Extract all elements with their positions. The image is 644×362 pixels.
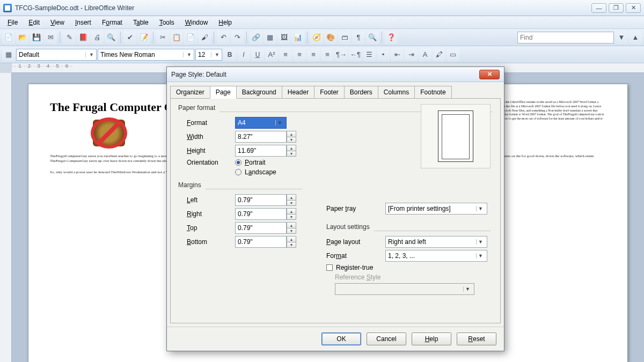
image-icon[interactable]: 🖼	[277, 31, 290, 44]
bullet-list-icon[interactable]: •	[377, 48, 390, 61]
menu-file[interactable]: File	[3, 18, 22, 27]
margin-right-input[interactable]: 0.79"	[235, 208, 287, 220]
register-true-checkbox[interactable]	[326, 264, 333, 271]
font-color-icon[interactable]: A	[419, 48, 431, 61]
menu-help[interactable]: Help	[214, 18, 236, 27]
autospell-icon[interactable]: 📝	[137, 31, 150, 44]
vertical-ruler[interactable]	[0, 73, 12, 362]
spellcheck-icon[interactable]: ✔	[123, 31, 136, 44]
paste-icon[interactable]: 📄	[184, 31, 197, 44]
undo-icon[interactable]: ↶	[217, 31, 230, 44]
styles-icon[interactable]: ▦	[2, 48, 15, 61]
email-icon[interactable]: ✉	[44, 31, 57, 44]
find-next-icon[interactable]: ▼	[615, 31, 628, 44]
height-spinner[interactable]: ▲▼	[287, 145, 296, 157]
menu-table[interactable]: Table	[129, 18, 153, 27]
navigator-icon[interactable]: 🧭	[310, 31, 323, 44]
align-justify-icon[interactable]: ≡	[321, 48, 334, 61]
indent-more-icon[interactable]: ⇥	[405, 48, 418, 61]
window-minimize-button[interactable]: —	[591, 3, 606, 13]
find-prev-icon[interactable]: ▲	[629, 31, 642, 44]
new-doc-icon[interactable]: 📄	[2, 31, 15, 44]
redo-icon[interactable]: ↷	[231, 31, 244, 44]
bg-color-icon[interactable]: ▭	[447, 48, 459, 61]
width-spinner[interactable]: ▲▼	[287, 131, 296, 143]
menu-view[interactable]: View	[46, 18, 69, 27]
dialog-titlebar[interactable]: Page Style: Default ✕	[167, 67, 504, 82]
find-input[interactable]	[517, 32, 614, 43]
tab-organizer[interactable]: Organizer	[170, 86, 210, 99]
width-input[interactable]: 8.27"	[235, 131, 287, 143]
bold-icon[interactable]: B	[223, 48, 236, 61]
tab-columns[interactable]: Columns	[378, 86, 415, 99]
menu-window[interactable]: Window	[181, 18, 213, 27]
toolbar-separator	[307, 32, 308, 43]
menu-edit[interactable]: Edit	[24, 18, 44, 27]
tab-page[interactable]: Page	[210, 86, 237, 99]
highlight-icon[interactable]: 🖍	[433, 48, 445, 61]
menu-insert[interactable]: Insert	[71, 18, 96, 27]
tab-footnote[interactable]: Footnote	[414, 86, 451, 99]
indent-less-icon[interactable]: ⇤	[391, 48, 404, 61]
height-input[interactable]: 11.69"	[235, 145, 287, 157]
copy-icon[interactable]: 📋	[170, 31, 183, 44]
menu-tools[interactable]: Tools	[155, 18, 179, 27]
align-right-icon[interactable]: ≡	[307, 48, 320, 61]
landscape-radio[interactable]	[235, 169, 241, 175]
help-icon[interactable]: ❓	[385, 31, 398, 44]
margin-bottom-spinner[interactable]: ▲▼	[287, 236, 296, 248]
cancel-button[interactable]: Cancel	[367, 333, 406, 345]
edit-icon[interactable]: ✎	[63, 31, 76, 44]
margin-bottom-input[interactable]: 0.79"	[235, 236, 287, 248]
open-icon[interactable]: 📂	[16, 31, 29, 44]
cut-icon[interactable]: ✂	[156, 31, 169, 44]
margin-left-input[interactable]: 0.79"	[235, 194, 287, 206]
save-icon[interactable]: 💾	[30, 31, 43, 44]
pdf-icon[interactable]: 📕	[77, 31, 90, 44]
hyperlink-icon[interactable]: 🔗	[250, 31, 262, 44]
font-name-combo[interactable]: Times New Roman▼	[98, 49, 194, 61]
format-paint-icon[interactable]: 🖌	[198, 31, 211, 44]
chevron-down-icon: ▼	[463, 286, 472, 292]
italic-icon[interactable]: I	[237, 48, 250, 61]
portrait-radio[interactable]	[235, 159, 241, 166]
align-left-icon[interactable]: ≡	[279, 48, 292, 61]
tab-header[interactable]: Header	[282, 86, 314, 99]
number-format-dropdown[interactable]: 1, 2, 3, ... ▼	[385, 250, 487, 262]
page-layout-dropdown[interactable]: Right and left ▼	[385, 236, 487, 248]
help-button[interactable]: Help	[412, 333, 451, 345]
paper-format-dropdown[interactable]: A4 ▼	[235, 117, 287, 129]
tab-borders[interactable]: Borders	[344, 86, 378, 99]
ok-button[interactable]: OK	[321, 333, 361, 345]
datasource-icon[interactable]: 🗃	[338, 31, 351, 44]
gallery-icon[interactable]: 🎨	[324, 31, 337, 44]
window-maximize-button[interactable]: ❐	[609, 3, 624, 13]
window-title: TFCG-SampleDoc.odt - LibreOffice Writer	[15, 4, 134, 12]
tab-background[interactable]: Background	[236, 86, 282, 99]
align-center-icon[interactable]: ≡	[293, 48, 306, 61]
superscript-icon[interactable]: A²	[265, 48, 278, 61]
underline-icon[interactable]: U	[251, 48, 264, 61]
margin-top-spinner[interactable]: ▲▼	[287, 222, 296, 234]
margin-left-spinner[interactable]: ▲▼	[287, 194, 296, 206]
table-icon[interactable]: ▦	[264, 31, 276, 44]
margin-right-spinner[interactable]: ▲▼	[287, 208, 296, 220]
margin-top-input[interactable]: 0.79"	[235, 222, 287, 234]
preview-icon[interactable]: 🔍	[105, 31, 118, 44]
dialog-close-button[interactable]: ✕	[479, 70, 500, 79]
reset-button[interactable]: Reset	[457, 333, 496, 345]
nonprint-icon[interactable]: ¶	[352, 31, 365, 44]
ltr-icon[interactable]: ¶→	[335, 48, 348, 61]
zoom-icon[interactable]: 🔍	[366, 31, 379, 44]
rtl-icon[interactable]: ←¶	[349, 48, 362, 61]
print-icon[interactable]: 🖨	[91, 31, 104, 44]
font-size-combo[interactable]: 12▼	[195, 49, 222, 61]
number-list-icon[interactable]: ☰	[363, 48, 376, 61]
menu-format[interactable]: Format	[98, 18, 127, 27]
chart-icon[interactable]: 📊	[291, 31, 304, 44]
paper-tray-dropdown[interactable]: [From printer settings] ▼	[385, 203, 487, 215]
window-close-button[interactable]: ✕	[626, 3, 641, 13]
paragraph-style-combo[interactable]: Default▼	[16, 49, 97, 61]
tab-footer[interactable]: Footer	[314, 86, 345, 99]
reference-style-dropdown: ▼	[335, 283, 474, 295]
